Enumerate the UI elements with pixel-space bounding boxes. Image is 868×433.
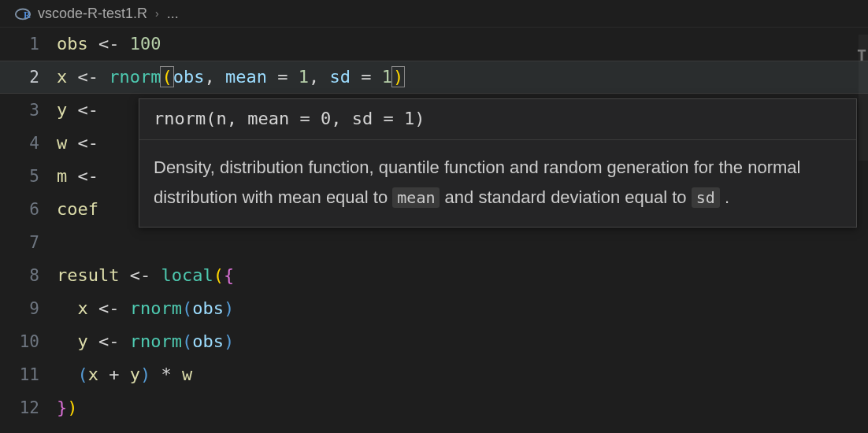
gutter-line-number: 12 <box>0 391 57 424</box>
hover-signature: rnorm(n, mean = 0, sd = 1) <box>139 99 856 140</box>
code-content[interactable]: y <- rnorm(obs) <box>57 325 234 358</box>
code-content[interactable]: m <- <box>57 160 98 193</box>
code-content[interactable]: obs <- 100 <box>57 28 161 61</box>
code-content[interactable]: coef <box>57 193 98 226</box>
code-line: 11 (x + y) * w <box>0 358 868 391</box>
code-content[interactable]: }) <box>57 391 78 424</box>
gutter-line-number: 9 <box>0 292 57 325</box>
gutter-line-number: 3 <box>0 94 57 127</box>
code-line: 9 x <- rnorm(obs) <box>0 292 868 325</box>
gutter-line-number: 7 <box>0 226 57 259</box>
code-content[interactable]: result <- local({ <box>57 259 234 292</box>
code-literal-mean: mean <box>392 187 440 208</box>
code-content[interactable]: y <- <box>57 94 98 127</box>
gutter-line-number: 4 <box>0 127 57 160</box>
gutter-line-number: 11 <box>0 358 57 391</box>
gutter-line-number: 8 <box>0 259 57 292</box>
r-language-icon: R <box>14 5 32 22</box>
code-content[interactable]: x <- rnorm(obs, mean = 1, sd = 1) <box>57 61 404 94</box>
close-paren-icon: ) <box>391 66 405 87</box>
gutter-line-number: 10 <box>0 325 57 358</box>
gutter-line-number: 1 <box>0 28 57 61</box>
code-line: 12 }) <box>0 391 868 424</box>
gutter-line-number: 2 <box>0 61 57 94</box>
gutter-line-number: 5 <box>0 160 57 193</box>
breadcrumb-filename[interactable]: vscode-R-test1.R <box>38 6 147 22</box>
chevron-right-icon: › <box>155 7 159 20</box>
code-content[interactable]: (x + y) * w <box>57 358 192 391</box>
breadcrumb-rest[interactable]: ... <box>167 6 179 22</box>
code-literal-sd: sd <box>692 187 720 208</box>
svg-text:R: R <box>24 9 31 20</box>
gutter-line-number: 6 <box>0 193 57 226</box>
hover-tooltip: rnorm(n, mean = 0, sd = 1) Density, dist… <box>139 98 857 228</box>
scrollbar-thumb[interactable] <box>859 35 868 161</box>
open-paren-icon: ( <box>160 66 173 87</box>
breadcrumb[interactable]: R vscode-R-test1.R › ... <box>0 0 868 28</box>
code-line: 10 y <- rnorm(obs) <box>0 325 868 358</box>
code-line: 8 result <- local({ <box>0 259 868 292</box>
code-content[interactable]: x <- rnorm(obs) <box>57 292 234 325</box>
code-line: 1 obs <- 100 <box>0 28 868 61</box>
hover-documentation: Density, distribution function, quantile… <box>139 140 856 227</box>
code-content[interactable]: w <- <box>57 127 98 160</box>
code-line: 2 x <- rnorm(obs, mean = 1, sd = 1) <box>0 61 868 94</box>
code-line: 7 <box>0 226 868 259</box>
